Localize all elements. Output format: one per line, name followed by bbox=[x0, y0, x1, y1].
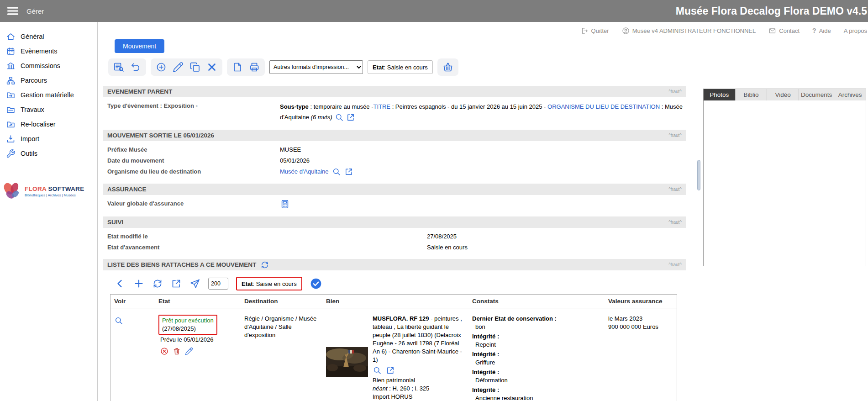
tab-photos[interactable]: Photos bbox=[704, 89, 736, 100]
edit-icon[interactable] bbox=[173, 62, 184, 73]
photos-panel-body bbox=[704, 100, 866, 266]
status-badge: Prêt pour exécution (27/08/2025) bbox=[158, 315, 217, 335]
count-input[interactable] bbox=[208, 278, 228, 290]
open-record-icon[interactable] bbox=[386, 366, 395, 375]
bien-icons bbox=[373, 366, 465, 375]
table-row: Prêt pour exécution (27/08/2025) Prévu l… bbox=[110, 308, 677, 401]
main-toolbar: Autres formats d'impression... Etat : Sa… bbox=[108, 58, 692, 76]
quitter-link[interactable]: Quitter bbox=[581, 27, 609, 35]
calculator-icon[interactable] bbox=[280, 199, 290, 209]
flora-logo-text: FLORA SOFTWARE bbox=[25, 185, 84, 192]
haut-link[interactable]: ^haut^ bbox=[668, 89, 682, 94]
prefixe-musee-value: MUSEE bbox=[280, 145, 301, 154]
tab-mouvement[interactable]: Mouvement bbox=[115, 39, 164, 53]
bien-cell: MUSFLORA. RF 129 - peintures , tableau ,… bbox=[322, 315, 468, 401]
col-header-constats: Constats bbox=[468, 298, 605, 305]
tab-biblio[interactable]: Biblio bbox=[736, 89, 768, 100]
table-header-row: Voir Etat Destination Bien Constats Vale… bbox=[110, 295, 677, 308]
basket-button[interactable] bbox=[437, 58, 458, 76]
wrench-icon bbox=[6, 149, 16, 158]
open-record-icon[interactable] bbox=[346, 113, 355, 122]
chevron-left-icon[interactable] bbox=[115, 278, 126, 289]
search-icon[interactable] bbox=[332, 167, 341, 176]
menu-label[interactable]: Gérer bbox=[26, 7, 44, 15]
user-account[interactable]: Musée v4 ADMINISTRATEUR FONCTIONNEL bbox=[622, 27, 756, 35]
trash-icon[interactable] bbox=[173, 347, 181, 355]
app-title: Musée Flora Decalog Flora DEMO v4.5 bbox=[676, 5, 868, 17]
flora-logo: FLORA SOFTWARE Bibliothèques | Archives … bbox=[0, 181, 97, 202]
haut-link[interactable]: ^haut^ bbox=[668, 133, 682, 138]
section-header-liste: LISTE DES BIENS RATTACHES A CE MOUVEMENT… bbox=[103, 259, 686, 270]
col-header-destination: Destination bbox=[241, 298, 322, 305]
sidebar-item-evenements[interactable]: Evènements bbox=[0, 44, 97, 58]
sidebar-item-outils[interactable]: Outils bbox=[0, 146, 97, 161]
musee-aquitaine-link[interactable]: Musée d'Aquitaine bbox=[280, 167, 329, 176]
search-icon[interactable] bbox=[335, 113, 344, 122]
plus-icon[interactable] bbox=[133, 278, 144, 289]
artwork-thumbnail[interactable] bbox=[326, 347, 368, 377]
haut-link[interactable]: ^haut^ bbox=[668, 262, 682, 267]
help-icon: ? bbox=[812, 27, 816, 34]
evenement-parent-summary: Sous-type : temporaire au musée -TITRE :… bbox=[280, 101, 686, 122]
cancel-icon[interactable] bbox=[160, 347, 168, 355]
photos-panel-tabs: Photos Biblio Vidéo Documents Archives bbox=[704, 89, 866, 100]
sitemap-icon bbox=[6, 76, 16, 85]
valeur-assurance-label: Valeur globale d'assurance bbox=[107, 199, 280, 208]
top-bar: Gérer Musée Flora Decalog Flora DEMO v4.… bbox=[0, 0, 868, 22]
print-format-select[interactable]: Autres formats d'impression... bbox=[269, 60, 363, 74]
view-icon[interactable] bbox=[114, 316, 123, 325]
constats-cell: Dernier Etat de conservation :bon Intégr… bbox=[468, 315, 605, 401]
tab-documents[interactable]: Documents bbox=[799, 89, 834, 100]
contact-link[interactable]: Contact bbox=[768, 27, 800, 35]
toolbar-group-search bbox=[108, 58, 146, 76]
send-icon[interactable] bbox=[189, 278, 200, 289]
sidebar-item-general[interactable]: Général bbox=[0, 29, 97, 44]
delete-x-icon[interactable] bbox=[206, 62, 217, 73]
aide-link[interactable]: ? Aide bbox=[812, 27, 831, 34]
section-header-evenement-parent: EVENEMENT PARENT ^haut^ bbox=[103, 86, 686, 97]
undo-icon[interactable] bbox=[130, 62, 141, 73]
bien-type: Bien patrimonial bbox=[373, 376, 465, 385]
sidebar-item-commissions[interactable]: Commissions bbox=[0, 58, 97, 73]
user-bar: Quitter Musée v4 ADMINISTRATEUR FONCTION… bbox=[98, 22, 867, 39]
main-content: Mouvement Autres formats d'impression...… bbox=[98, 39, 692, 401]
col-header-valeurs: Valeurs assurance bbox=[605, 298, 677, 305]
apropos-link[interactable]: A propos bbox=[844, 27, 867, 34]
edit-icon[interactable] bbox=[185, 347, 193, 355]
organisme-destination-link[interactable]: ORGANISME DU LIEU DE DESTINATION bbox=[547, 103, 660, 110]
printer-icon[interactable] bbox=[249, 62, 260, 73]
date-mouvement-value: 05/01/2026 bbox=[280, 156, 310, 165]
search-icon[interactable] bbox=[373, 366, 382, 375]
open-record-icon[interactable] bbox=[171, 278, 182, 289]
type-evenement-label: Type d'évènement : Exposition - bbox=[107, 101, 280, 110]
folder-icon bbox=[6, 105, 16, 115]
haut-link[interactable]: ^haut^ bbox=[668, 220, 682, 225]
sidebar-item-gestion-materielle[interactable]: Gestion matérielle bbox=[0, 88, 97, 102]
destination-cell: Régie / Organisme / Musée d'Aquitaine / … bbox=[241, 315, 322, 339]
section-mouvement-sortie: MOUVEMENT SORTIE LE 05/01/2026 ^haut^ Pr… bbox=[103, 130, 686, 180]
add-icon[interactable] bbox=[156, 62, 167, 73]
titre-link[interactable]: TITRE bbox=[373, 103, 390, 110]
open-record-icon[interactable] bbox=[344, 167, 353, 176]
tab-video[interactable]: Vidéo bbox=[767, 89, 799, 100]
document-icon[interactable] bbox=[232, 62, 243, 73]
prefixe-musee-label: Préfixe Musée bbox=[107, 145, 280, 154]
sidebar-item-parcours[interactable]: Parcours bbox=[0, 73, 97, 88]
recycle-icon[interactable] bbox=[152, 278, 163, 289]
etat-avancement-value: Saisie en cours bbox=[427, 243, 468, 252]
photos-panel: Photos Biblio Vidéo Documents Archives bbox=[703, 89, 866, 266]
refresh-icon[interactable] bbox=[260, 260, 269, 269]
sidebar-item-relocaliser[interactable]: Re-localiser bbox=[0, 117, 97, 132]
copy-icon[interactable] bbox=[189, 62, 200, 73]
person-icon bbox=[622, 27, 630, 35]
bien-dimensions: néant : H. 260 ; l. 325 bbox=[373, 385, 465, 393]
sidebar-item-import[interactable]: Import bbox=[0, 132, 97, 146]
sidebar-item-travaux[interactable]: Travaux bbox=[0, 102, 97, 117]
tab-archives[interactable]: Archives bbox=[834, 89, 866, 100]
date-mouvement-label: Date du mouvement bbox=[107, 156, 280, 165]
panel-splitter[interactable] bbox=[697, 160, 700, 190]
search-form-icon[interactable] bbox=[113, 62, 124, 73]
menu-icon[interactable] bbox=[6, 4, 20, 18]
haut-link[interactable]: ^haut^ bbox=[668, 187, 682, 192]
check-circle-icon[interactable] bbox=[310, 278, 322, 290]
